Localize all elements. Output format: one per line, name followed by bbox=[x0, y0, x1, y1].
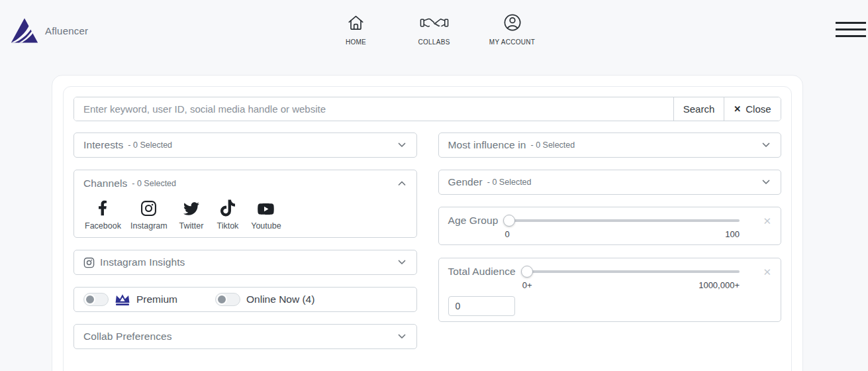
tiktok-icon bbox=[220, 198, 235, 217]
total-audience-max: 1000,000+ bbox=[699, 280, 740, 290]
chevron-down-icon bbox=[761, 140, 771, 150]
channel-facebook[interactable]: Facebook bbox=[85, 198, 121, 231]
channel-facebook-label: Facebook bbox=[85, 221, 121, 231]
age-group-slider[interactable] bbox=[505, 214, 740, 227]
channel-twitter[interactable]: Twitter bbox=[177, 198, 206, 231]
chevron-up-icon bbox=[397, 178, 407, 189]
total-audience-input[interactable] bbox=[448, 296, 515, 316]
age-group-filter: Age Group ✕ 0 100 bbox=[438, 207, 782, 245]
channels-panel: Channels - 0 Selected Facebook bbox=[73, 170, 417, 238]
gender-selected-count: - 0 Selected bbox=[487, 178, 532, 187]
gender-dropdown[interactable]: Gender - 0 Selected bbox=[438, 170, 782, 195]
premium-toggle-label: Premium bbox=[136, 293, 177, 305]
channel-twitter-label: Twitter bbox=[179, 221, 204, 231]
total-audience-scale: 0+ 1000,000+ bbox=[522, 280, 740, 290]
age-group-min: 0 bbox=[505, 229, 509, 239]
channel-tiktok[interactable]: Tiktok bbox=[215, 198, 241, 231]
nav-my-account-label: MY ACCOUNT bbox=[489, 38, 536, 46]
interests-label: Interests bbox=[83, 139, 123, 151]
total-audience-min: 0+ bbox=[522, 280, 532, 290]
search-input[interactable] bbox=[74, 97, 673, 121]
filters-left-column: Interests - 0 Selected Channels - 0 Sele… bbox=[73, 132, 417, 349]
channels-label: Channels bbox=[83, 178, 127, 189]
channel-youtube-label: Youtube bbox=[251, 221, 281, 231]
total-audience-slider[interactable] bbox=[522, 265, 740, 278]
channels-selected-count: - 0 Selected bbox=[132, 179, 176, 188]
interests-dropdown[interactable]: Interests - 0 Selected bbox=[73, 132, 417, 158]
home-icon bbox=[346, 11, 365, 34]
interests-selected-count: - 0 Selected bbox=[128, 140, 172, 150]
nav-my-account[interactable]: MY ACCOUNT bbox=[485, 11, 540, 46]
total-audience-clear-icon[interactable]: ✕ bbox=[763, 267, 771, 277]
close-icon: ✕ bbox=[734, 104, 741, 114]
brand[interactable]: Afluencer bbox=[11, 17, 88, 44]
age-group-label: Age Group bbox=[448, 215, 499, 227]
channel-instagram-label: Instagram bbox=[130, 221, 168, 231]
channels-dropdown[interactable]: Channels - 0 Selected bbox=[83, 178, 407, 189]
nav-collabs-label: COLLABS bbox=[418, 38, 450, 46]
main-nav: HOME COLLABS MY ACCOUNT bbox=[328, 11, 540, 46]
crown-icon bbox=[115, 293, 130, 306]
nav-home-label: HOME bbox=[346, 38, 366, 46]
age-group-scale: 0 100 bbox=[505, 229, 740, 239]
collab-preferences-dropdown[interactable]: Collab Preferences bbox=[73, 324, 417, 349]
chevron-down-icon bbox=[761, 177, 771, 187]
instagram-insights-label: Instagram Insights bbox=[100, 256, 185, 268]
instagram-icon bbox=[140, 198, 157, 217]
brand-name: Afluencer bbox=[45, 25, 88, 36]
account-icon bbox=[503, 11, 522, 34]
collab-preferences-label: Collab Preferences bbox=[83, 331, 172, 343]
slider-track bbox=[505, 219, 740, 222]
nav-collabs[interactable]: COLLABS bbox=[407, 11, 462, 46]
premium-toggle[interactable] bbox=[83, 293, 109, 306]
search-bar: Search ✕ Close bbox=[73, 97, 781, 121]
handshake-icon bbox=[420, 11, 449, 34]
slider-handle[interactable] bbox=[521, 266, 533, 278]
channel-list: Facebook Instagram Twitter bbox=[83, 198, 407, 231]
filters-card: Search ✕ Close Interests - 0 Selected bbox=[63, 86, 792, 371]
total-audience-label: Total Audience bbox=[448, 266, 516, 278]
channel-tiktok-label: Tiktok bbox=[217, 221, 238, 231]
youtube-icon bbox=[256, 198, 275, 217]
chevron-down-icon bbox=[397, 140, 407, 150]
instagram-icon bbox=[83, 257, 95, 268]
channel-youtube[interactable]: Youtube bbox=[250, 198, 283, 231]
toggles-row: Premium Online Now (4) bbox=[73, 287, 417, 312]
age-group-clear-icon[interactable]: ✕ bbox=[763, 216, 771, 226]
filters-right-column: Most influence in - 0 Selected Gender - … bbox=[438, 132, 782, 349]
hamburger-menu-icon[interactable] bbox=[836, 22, 866, 37]
instagram-insights-dropdown[interactable]: Instagram Insights bbox=[73, 250, 417, 275]
gender-label: Gender bbox=[448, 176, 483, 188]
chevron-down-icon bbox=[397, 331, 407, 342]
close-button[interactable]: ✕ Close bbox=[724, 97, 781, 121]
most-influence-dropdown[interactable]: Most influence in - 0 Selected bbox=[438, 132, 782, 158]
most-influence-label: Most influence in bbox=[448, 139, 526, 151]
search-panel-card: Search ✕ Close Interests - 0 Selected bbox=[52, 75, 803, 371]
slider-handle[interactable] bbox=[503, 215, 515, 227]
afluencer-logo-icon bbox=[11, 17, 38, 44]
nav-home[interactable]: HOME bbox=[328, 11, 384, 46]
online-now-toggle[interactable] bbox=[215, 293, 240, 306]
channel-instagram[interactable]: Instagram bbox=[130, 198, 168, 231]
search-button[interactable]: Search bbox=[673, 97, 724, 121]
total-audience-filter: Total Audience ✕ 0+ 1000,000+ bbox=[438, 258, 782, 322]
slider-track bbox=[522, 270, 740, 273]
most-influence-selected-count: - 0 Selected bbox=[531, 140, 575, 150]
twitter-icon bbox=[183, 198, 200, 217]
age-group-max: 100 bbox=[725, 229, 740, 239]
facebook-icon bbox=[98, 198, 107, 217]
online-now-toggle-label: Online Now (4) bbox=[246, 293, 314, 305]
chevron-down-icon bbox=[397, 257, 407, 268]
close-button-label: Close bbox=[746, 103, 771, 115]
